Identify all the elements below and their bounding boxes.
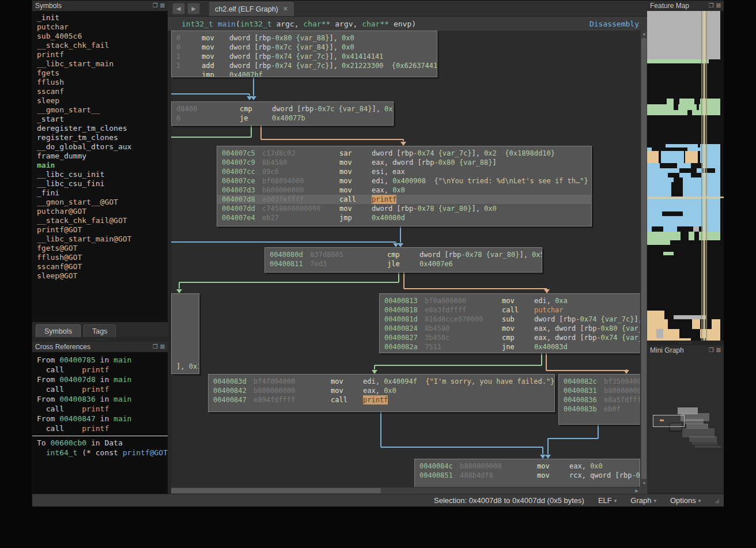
tab-symbols[interactable]: Symbols [36,324,81,337]
disasm-row[interactable]: 0040082cbf3509400 [559,377,642,386]
disasm-row[interactable]: 004007e4eb27jmp0x40080d [217,213,591,222]
xref-line[interactable]: call printf [32,424,168,433]
symbol-item[interactable]: frame_dummy [32,152,168,161]
popout-icon[interactable]: ❐ [709,347,714,353]
disasm-row[interactable]: 004008273b458ccmpeax, dword [rbp-0x74 {v… [380,333,644,342]
close-icon[interactable]: ⊠ [716,3,721,9]
disasm-row[interactable]: 0movdword [rbp-0x80 {var_88}], 0x0 [172,33,437,43]
symbol-item[interactable]: __libc_csu_fini [32,179,168,188]
disasm-row[interactable]: 0040080d837d8805cmpdword [rbp-0x78 {var_… [265,250,542,259]
symbol-item[interactable]: printf@GOT [32,225,168,235]
symbol-item[interactable]: __do_global_dtors_aux [32,142,168,152]
basic-block[interactable]: ], 0x1 [171,293,199,374]
disasm-row[interactable]: 0040084cb800000000moveax, 0x0 [415,462,640,471]
xref-line[interactable]: call printf [32,365,168,375]
disasm-row[interactable]: d8400cmpdword [rbp-0x7c {var_84}], 0x0 [172,104,393,114]
xref-line[interactable]: From 00400847 in main [32,414,168,424]
xref-line[interactable]: From 004007d8 in main [32,375,168,384]
disasm-row[interactable]: 0movdword [rbp-0x7c {var_84}], 0x0 [172,43,437,52]
disasm-row[interactable]: 004007cc89c6movesi, eax [217,167,591,176]
basic-block[interactable]: 00400813bf0a000000movedi, 0xa00400818e8a… [379,293,644,353]
symbol-item[interactable]: register_tm_clones [32,133,168,142]
xref-line[interactable]: int64_t (* const printf@GOT)() [32,448,168,458]
right-sidebar-splitter[interactable]: ······ [647,341,724,345]
symbol-item[interactable]: __stack_chk_fail [32,41,168,50]
mini-graph[interactable] [647,356,724,493]
disasm-row[interactable]: 0040083dbf4f094000movedi, 0x40094f {"I'm… [209,377,554,386]
disasm-row[interactable]: 0040081d816d8cce070000subdword [rbp-0x74… [380,315,644,324]
nav-forward-button[interactable]: ▶ [187,3,200,14]
symbol-item[interactable]: sleep@GOT [32,271,168,281]
symbol-item[interactable]: sscanf [32,87,168,96]
disasm-row[interactable]: 00400842b800000000moveax, 0x0 [209,386,554,395]
horizontal-scrollbar[interactable]: ▶ [171,487,640,494]
status-menu-elf[interactable]: ELF▾ [598,496,617,505]
xref-line[interactable]: From 00400836 in main [32,394,168,404]
symbol-item[interactable]: __stack_chk_fail@GOT [32,216,168,225]
symbol-item[interactable]: main [32,161,168,170]
view-kind-selector[interactable]: Disassembly [589,20,639,28]
symbol-item[interactable]: __libc_csu_init [32,170,168,179]
symbol-item[interactable]: __libc_start_main [32,59,168,69]
symbol-item[interactable]: fgets [32,69,168,78]
symbol-item[interactable]: putchar@GOT [32,207,168,216]
disasm-row[interactable]: 004007cebf08094000movedi, 0x400908 {"\nY… [217,176,591,186]
xref-line[interactable]: call printf [32,404,168,414]
sidebar-splitter[interactable]: ······ [32,337,168,342]
disasm-row[interactable]: 00400831b80000000 [559,386,642,395]
symbol-item[interactable]: __gmon_start__@GOT [32,198,168,207]
basic-block[interactable]: 0040083dbf4f094000movedi, 0x40094f {"I'm… [208,374,555,412]
disasm-row[interactable]: 1movdword [rbp-0x74 {var_7c}], 0x4141414… [172,52,437,61]
symbol-item[interactable]: fflush [32,78,168,87]
tab-close-icon[interactable]: ✕ [283,5,288,13]
resize-grip[interactable]: ◢ [715,497,719,504]
disasm-row[interactable]: 004008117ed3jle0x4007e6 [265,259,542,269]
graph-canvas[interactable]: 0movdword [rbp-0x80 {var_88}], 0x00movdw… [171,31,647,494]
close-icon[interactable]: ⊠ [160,344,165,350]
xref-line[interactable]: To 00600cb0 in Data [32,438,168,448]
disasm-row[interactable]: 004007c5c17d8c02sardword [rbp-0x74 {var_… [217,149,591,158]
basic-block[interactable]: 0040080d837d8805cmpdword [rbp-0x78 {var_… [264,247,542,273]
basic-block[interactable]: 0040084cb800000000moveax, 0x000400851488… [414,459,640,488]
nav-back-button[interactable]: ◀ [172,3,185,14]
symbol-item[interactable]: sub_4005c6 [32,32,168,41]
status-menu-options[interactable]: Options▾ [670,496,701,505]
disasm-row[interactable]: jmp0x4007bf [172,70,437,77]
symbol-item[interactable]: _start [32,115,168,124]
close-icon[interactable]: ⊠ [160,3,165,9]
disasm-row[interactable]: 00400836e8a5fdfff [559,395,642,405]
symbol-item[interactable]: fgets@GOT [32,244,168,253]
disasm-row[interactable]: 6je0x40077b [172,114,393,123]
popout-icon[interactable]: ❐ [153,3,158,9]
symbol-item[interactable]: printf [32,50,168,59]
basic-block[interactable]: d8400cmpdword [rbp-0x7c {var_84}], 0x06j… [171,101,394,126]
symbol-item[interactable]: _fini [32,188,168,198]
disasm-row[interactable]: 0040083beb0f [559,405,642,414]
feature-map[interactable] [647,11,724,341]
mini-graph-viewport[interactable] [653,415,685,427]
symbol-item[interactable]: putchar [32,22,168,32]
popout-icon[interactable]: ❐ [709,3,714,9]
xref-line[interactable]: From 00400785 in main [32,355,168,365]
scroll-down-icon[interactable]: ▼ [641,480,647,487]
disasm-row[interactable]: 004007c98b4580moveax, dword [rbp-0x80 {v… [217,158,591,167]
disasm-row[interactable]: 004007d8e803feffffcallprintf [217,195,591,204]
close-icon[interactable]: ⊠ [716,347,721,353]
basic-block[interactable]: 004007c5c17d8c02sardword [rbp-0x74 {var_… [217,146,592,226]
symbol-item[interactable]: deregister_tm_clones [32,124,168,133]
disasm-row[interactable]: 00400851488b4df8movrcx, qword [rbp-0x [415,471,640,480]
basic-block[interactable]: 0040082cbf350940000400831b80000000004008… [558,374,642,425]
symbol-item[interactable]: sleep [32,96,168,105]
tab-tags[interactable]: Tags [84,324,116,337]
vertical-scroll-thumb[interactable] [641,38,647,479]
scroll-right-icon[interactable]: ▶ [633,487,640,494]
xref-line[interactable]: call printf [32,384,168,394]
disasm-row[interactable]: 004007d3b800000000moveax, 0x0 [217,186,591,195]
symbol-item[interactable]: fflush@GOT [32,253,168,262]
disasm-row[interactable]: 00400847e894fdffffcallprintf [209,395,554,405]
symbol-item[interactable]: __libc_start_main@GOT [32,235,168,244]
status-menu-graph[interactable]: Graph▾ [630,496,656,505]
horizontal-scroll-thumb[interactable] [171,488,381,493]
disasm-row[interactable]: 00400813bf0a000000movedi, 0xa [380,296,644,305]
disasm-row[interactable]: 004007ddc7458800000000movdword [rbp-0x78… [217,204,591,213]
